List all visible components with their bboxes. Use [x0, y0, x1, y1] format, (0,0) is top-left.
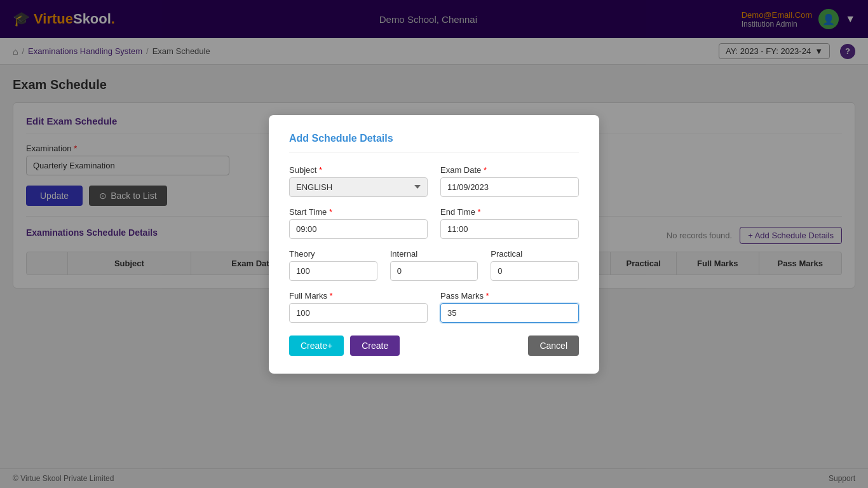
full-marks-input[interactable]	[289, 303, 428, 323]
add-schedule-modal: Add Schedule Details Subject * ENGLISH M…	[269, 115, 599, 374]
start-time-label: Start Time *	[289, 207, 428, 217]
cancel-button[interactable]: Cancel	[528, 336, 579, 356]
start-time-field: Start Time *	[289, 207, 428, 239]
modal-footer: Create+ Create Cancel	[289, 336, 579, 356]
modal-overlay: Add Schedule Details Subject * ENGLISH M…	[0, 0, 868, 488]
internal-label: Internal	[390, 249, 478, 259]
end-time-label: End Time *	[440, 207, 579, 217]
theory-input[interactable]	[289, 261, 377, 281]
practical-input[interactable]	[491, 261, 579, 281]
modal-row-2: Start Time * End Time *	[289, 207, 579, 239]
full-marks-label: Full Marks *	[289, 291, 428, 301]
pass-marks-input[interactable]	[440, 303, 579, 323]
modal-title: Add Schedule Details	[289, 133, 579, 152]
practical-field: Practical	[491, 249, 579, 281]
create-button[interactable]: Create	[350, 336, 400, 356]
end-time-input[interactable]	[440, 219, 579, 239]
pass-marks-label: Pass Marks *	[440, 291, 579, 301]
exam-date-input[interactable]	[440, 177, 579, 197]
end-time-field: End Time *	[440, 207, 579, 239]
subject-select[interactable]: ENGLISH MATHEMATICS SCIENCE SOCIAL SCIEN…	[289, 177, 428, 197]
internal-field: Internal	[390, 249, 478, 281]
modal-row-3: Theory Internal Practical	[289, 249, 579, 281]
create-plus-button[interactable]: Create+	[289, 336, 344, 356]
internal-input[interactable]	[390, 261, 478, 281]
full-marks-field: Full Marks *	[289, 291, 428, 323]
start-time-input[interactable]	[289, 219, 428, 239]
exam-date-field: Exam Date *	[440, 165, 579, 197]
theory-label: Theory	[289, 249, 377, 259]
exam-date-label: Exam Date *	[440, 165, 579, 175]
subject-field: Subject * ENGLISH MATHEMATICS SCIENCE SO…	[289, 165, 428, 197]
subject-label: Subject *	[289, 165, 428, 175]
modal-row-4: Full Marks * Pass Marks *	[289, 291, 579, 323]
practical-label: Practical	[491, 249, 579, 259]
modal-row-1: Subject * ENGLISH MATHEMATICS SCIENCE SO…	[289, 165, 579, 197]
theory-field: Theory	[289, 249, 377, 281]
pass-marks-field: Pass Marks *	[440, 291, 579, 323]
